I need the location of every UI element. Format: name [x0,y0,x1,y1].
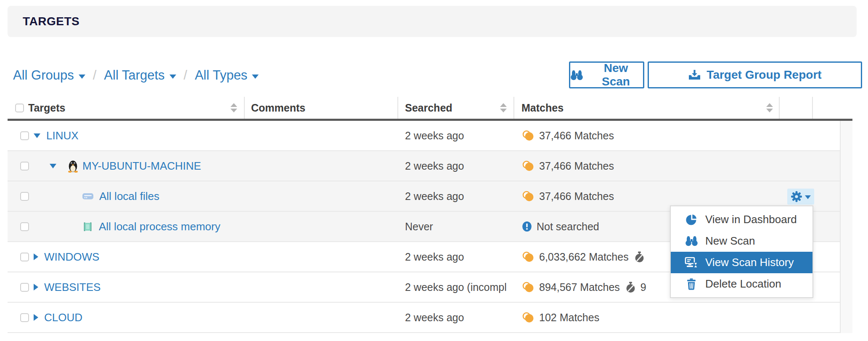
matches-icon [521,312,535,323]
matches-cell: 37,466 Matches [514,151,780,181]
target-group-report-button[interactable]: Target Group Report [648,61,862,88]
not-searched-icon [521,221,532,232]
comments-cell [245,181,398,211]
menu-item-label: Delete Location [705,277,781,290]
chevron-down-icon [79,75,85,79]
searched-text: 2 weeks ago [405,312,464,324]
page-header: TARGETS [8,6,857,37]
comments-cell [245,212,398,241]
page-title: TARGETS [23,15,79,28]
row-checkbox[interactable] [20,192,29,201]
matches-icon [521,130,535,141]
row-checkbox[interactable] [20,131,29,140]
process-memory-icon [82,221,93,232]
target-link[interactable]: LINUX [46,129,79,142]
menu-item-delete-location[interactable]: Delete Location [671,273,812,295]
target-link[interactable]: All local process memory [99,220,220,233]
target-cell: All local process memory [8,212,245,241]
column-label-targets: Targets [28,102,65,114]
table-row: MY-UBUNTU-MACHINE2 weeks ago37,466 Match… [8,151,852,181]
expand-arrow-icon[interactable] [34,314,38,321]
trash-icon [684,278,699,290]
collapse-arrow-icon[interactable] [50,164,56,168]
matches-text: 894,567 Matches [539,281,620,293]
searched-text: 2 weeks ago [405,130,464,142]
matches-text: 37,466 Matches [539,160,614,172]
matches-cell: 37,466 Matches [514,121,780,150]
table-row: LINUX2 weeks ago37,466 Matches [8,121,852,151]
column-header-matches[interactable]: Matches [514,97,780,119]
menu-item-view-scan-history[interactable]: View Scan History [671,252,812,273]
column-header-spacer [813,97,852,119]
target-link[interactable]: WEBSITES [44,281,101,294]
row-checkbox[interactable] [20,162,29,170]
filter-breadcrumb: All Groups / All Targets / All Types [13,66,259,85]
filter-all-targets[interactable]: All Targets [104,68,176,83]
matches-icon [521,191,535,202]
row-checkbox[interactable] [20,313,29,322]
column-label-comments: Comments [251,102,305,114]
row-checkbox[interactable] [20,253,29,261]
local-files-icon [82,192,94,201]
breadcrumb-separator: / [93,68,97,83]
searched-cell: 2 weeks ago [398,151,514,181]
column-header-targets[interactable]: Targets [8,97,245,119]
searched-text: 2 weeks ago [405,251,464,263]
target-link[interactable]: MY-UBUNTU-MACHINE [82,160,201,173]
target-link[interactable]: WINDOWS [44,250,99,264]
matches-icon [521,251,535,262]
breadcrumb-separator: / [184,68,188,83]
sort-icon[interactable] [766,103,773,112]
sort-icon[interactable] [500,103,507,112]
comments-cell [245,303,398,332]
matches-text: 37,466 Matches [539,130,614,142]
new-scan-button-label: New Scan [589,61,643,88]
target-link[interactable]: All local files [99,190,159,203]
linux-penguin-icon [67,160,79,173]
expand-arrow-icon[interactable] [34,253,38,260]
searched-cell: 2 weeks ago [398,303,514,332]
searched-cell: 2 weeks ago [398,181,514,211]
searched-cell: 2 weeks ago (incompl [398,272,514,302]
target-cell: WINDOWS [8,242,245,272]
target-cell: CLOUD [8,303,245,332]
report-download-icon [688,69,701,81]
comments-cell [245,272,398,302]
menu-item-new-scan[interactable]: New Scan [671,230,812,252]
target-cell: LINUX [8,121,245,150]
row-checkbox[interactable] [20,283,29,292]
comments-cell [245,242,398,272]
gear-icon [791,191,802,202]
searched-text: 2 weeks ago [405,190,464,202]
filter-all-types-label: All Types [195,68,247,83]
column-header-searched[interactable]: Searched [398,97,514,119]
stopwatch-icon [626,282,635,293]
filter-all-groups[interactable]: All Groups [13,68,85,83]
target-group-report-label: Target Group Report [707,68,821,82]
matches-icon [521,160,535,171]
expand-arrow-icon[interactable] [34,284,38,290]
comments-cell [245,121,398,150]
target-link[interactable]: CLOUD [44,311,82,324]
row-checkbox[interactable] [20,222,29,231]
matches-suffix-text: 9 [640,281,646,293]
scrollbar-track[interactable] [840,121,852,333]
select-all-checkbox[interactable] [15,104,24,112]
matches-text: Not searched [537,221,599,233]
searched-cell: 2 weeks ago [398,121,514,150]
filter-all-groups-label: All Groups [13,68,74,83]
menu-item-view-in-dashboard[interactable]: View in Dashboard [671,209,812,230]
chevron-down-icon [805,195,811,199]
new-scan-button[interactable]: New Scan [569,61,644,88]
gear-menu-button[interactable] [787,189,814,205]
filter-all-types[interactable]: All Types [195,68,259,83]
sort-icon[interactable] [230,103,237,112]
table-row: CLOUD2 weeks ago102 Matches [8,303,852,333]
matches-icon [521,282,535,293]
target-cell: MY-UBUNTU-MACHINE [8,151,245,181]
searched-cell: 2 weeks ago [398,242,514,272]
stopwatch-icon [635,251,644,263]
searched-text: 2 weeks ago [405,160,464,172]
collapse-arrow-icon[interactable] [34,133,40,138]
searched-cell: Never [398,212,514,241]
